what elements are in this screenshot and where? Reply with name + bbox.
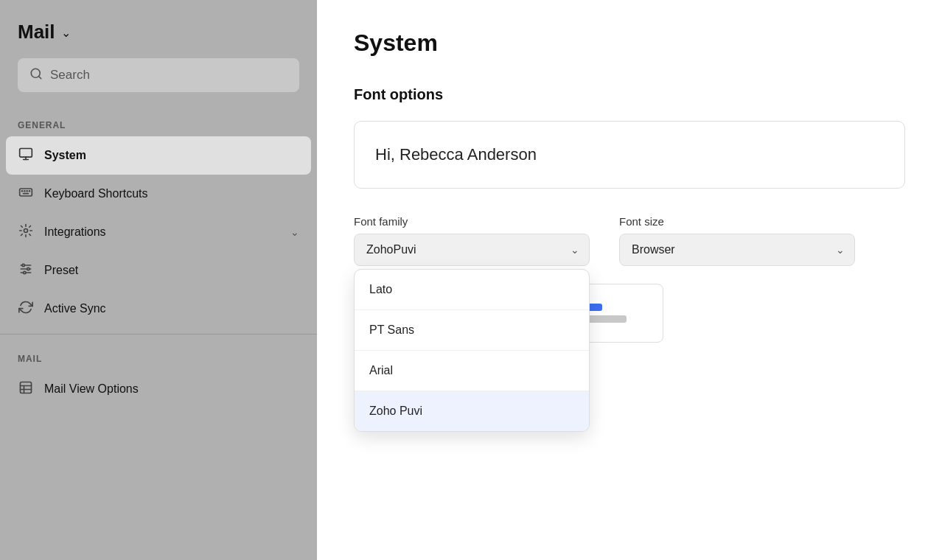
svg-rect-5	[20, 189, 32, 196]
search-box[interactable]: Search	[18, 58, 299, 92]
sliders-icon	[18, 262, 34, 279]
font-family-group: Font family ZohoPuvi ⌄ Lato PT Sans Aria…	[354, 215, 590, 266]
search-placeholder-text: Search	[50, 68, 90, 83]
dropdown-item-arial[interactable]: Arial	[355, 351, 589, 391]
font-family-label: Font family	[354, 215, 590, 228]
sidebar-item-integrations[interactable]: Integrations ⌄	[0, 213, 317, 251]
font-size-select-wrapper: Browser ⌄	[619, 234, 855, 266]
search-icon	[29, 67, 43, 83]
sidebar-item-system[interactable]: System	[6, 136, 311, 175]
font-family-select[interactable]: ZohoPuvi	[354, 234, 590, 266]
integrations-icon	[18, 223, 34, 241]
svg-line-1	[38, 76, 41, 78]
sidebar-item-system-label: System	[44, 149, 86, 162]
svg-point-17	[24, 271, 26, 273]
dropdown-item-lato[interactable]: Lato	[355, 270, 589, 310]
keyboard-icon	[18, 185, 34, 203]
dropdown-item-pt-sans[interactable]: PT Sans	[355, 310, 589, 351]
integrations-chevron-icon: ⌄	[290, 226, 299, 238]
svg-point-11	[24, 229, 28, 233]
app-title-chevron-icon: ⌄	[61, 26, 71, 40]
font-size-group: Font size Browser ⌄	[619, 215, 855, 266]
font-size-selected-value: Browser	[632, 243, 675, 256]
sidebar: Mail ⌄ Search GENERAL S	[0, 0, 317, 560]
font-options-title: Font options	[354, 86, 905, 103]
preview-text: Hi, Rebecca Anderson	[375, 145, 537, 164]
mail-grid-icon	[18, 380, 34, 398]
font-controls: Font family ZohoPuvi ⌄ Lato PT Sans Aria…	[354, 215, 905, 266]
sync-icon	[18, 300, 34, 318]
dropdown-item-zoho-puvi[interactable]: Zoho Puvi	[355, 391, 589, 431]
monitor-icon	[18, 147, 34, 164]
sidebar-item-keyboard-shortcuts-label: Keyboard Shortcuts	[44, 187, 148, 200]
font-size-label: Font size	[619, 215, 855, 228]
font-size-select[interactable]: Browser	[619, 234, 855, 266]
section-mail-label: MAIL	[0, 340, 317, 370]
page-title: System	[354, 29, 905, 57]
svg-point-15	[22, 264, 24, 266]
svg-point-16	[27, 267, 29, 270]
sidebar-item-active-sync[interactable]: Active Sync	[0, 290, 317, 328]
sidebar-item-keyboard-shortcuts[interactable]: Keyboard Shortcuts	[0, 175, 317, 213]
sidebar-item-preset-label: Preset	[44, 264, 78, 277]
sidebar-item-active-sync-label: Active Sync	[44, 302, 106, 315]
sidebar-header: Mail ⌄ Search	[0, 0, 317, 107]
app-title[interactable]: Mail ⌄	[18, 21, 299, 43]
section-general: GENERAL System	[0, 107, 317, 328]
svg-rect-2	[20, 149, 32, 158]
sidebar-item-integrations-label: Integrations	[44, 225, 106, 239]
svg-rect-18	[21, 382, 32, 393]
sidebar-item-mail-view-options-label: Mail View Options	[44, 382, 139, 396]
main-content: System Font options Hi, Rebecca Anderson…	[317, 0, 942, 560]
font-family-select-wrapper: ZohoPuvi ⌄ Lato PT Sans Arial Zoho Puvi	[354, 234, 590, 266]
font-family-dropdown: Lato PT Sans Arial Zoho Puvi	[354, 269, 590, 432]
font-family-selected-value: ZohoPuvi	[366, 243, 416, 256]
sidebar-item-preset[interactable]: Preset	[0, 251, 317, 290]
app-title-text: Mail	[18, 21, 55, 43]
section-mail: MAIL Mail View Options	[0, 340, 317, 408]
section-general-label: GENERAL	[0, 107, 317, 136]
sidebar-item-mail-view-options[interactable]: Mail View Options	[0, 370, 317, 408]
font-preview-box: Hi, Rebecca Anderson	[354, 121, 905, 189]
sidebar-divider	[0, 334, 317, 335]
